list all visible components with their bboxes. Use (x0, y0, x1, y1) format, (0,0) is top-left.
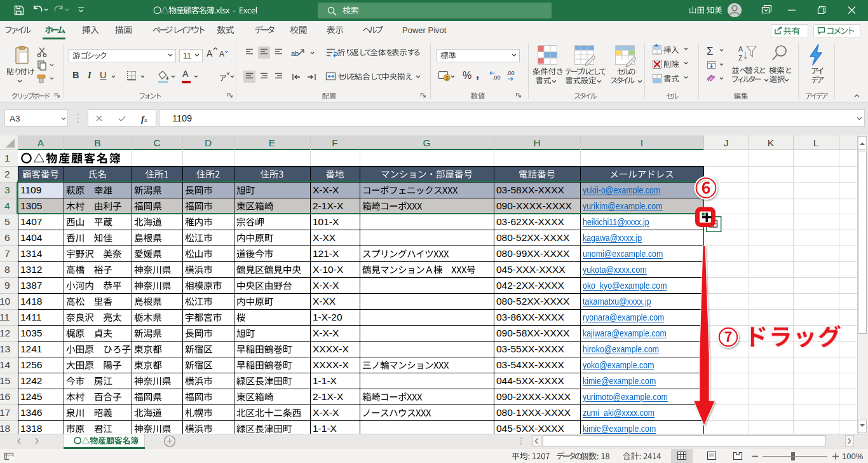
svg-text:ab: ab (291, 50, 299, 57)
svg-text:.00: .00 (506, 70, 515, 76)
svg-text:.00: .00 (492, 74, 501, 81)
svg-text:Σ: Σ (707, 45, 714, 57)
svg-text:Z: Z (738, 54, 743, 62)
svg-text:A: A (738, 45, 743, 53)
svg-text:$: $ (445, 75, 449, 81)
